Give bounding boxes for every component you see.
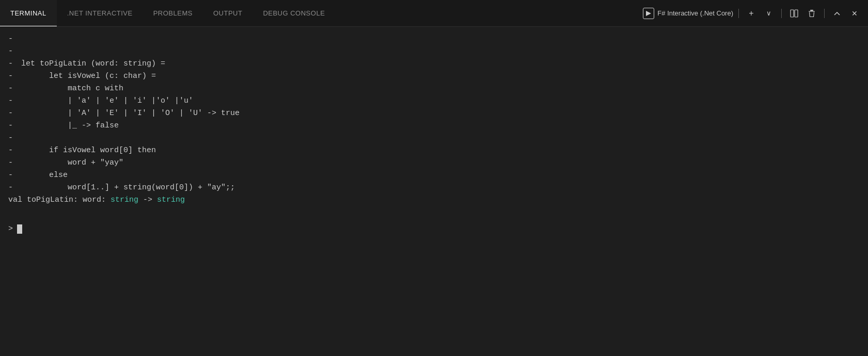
delete-terminal-button[interactable] [804, 6, 819, 21]
tab-debug-console[interactable]: DEBUG CONSOLE [252, 0, 335, 26]
terminal-line-10: - if isVowel word[0] then [8, 144, 860, 157]
terminal-line-2: - [8, 45, 860, 58]
svg-rect-3 [810, 10, 813, 11]
terminal-line-13: - word[1..] + string(word[0]) + "ay";; [8, 182, 860, 194]
terminal-result-line: val toPigLatin: word: string -> string [8, 194, 860, 206]
tab-output[interactable]: OUTPUT [203, 0, 252, 26]
divider-1 [738, 9, 739, 18]
close-panel-button[interactable]: ✕ [847, 6, 862, 21]
terminal-body: - - - let toPigLatin (word: string) = - … [0, 27, 868, 356]
svg-rect-1 [791, 10, 794, 17]
terminal-line-6: - | 'a' | 'e' | 'i' |'o' |'u' [8, 95, 860, 107]
terminal-type-icon [643, 8, 654, 19]
divider-3 [824, 9, 825, 18]
terminal-line-11: - word + "yay" [8, 157, 860, 169]
divider-2 [781, 9, 782, 18]
svg-rect-4 [809, 11, 815, 11]
svg-marker-0 [646, 11, 651, 16]
tab-problems[interactable]: PROBLEMS [143, 0, 203, 26]
terminal-line-12: - else [8, 169, 860, 182]
tab-terminal[interactable]: TERMINAL [0, 0, 57, 26]
terminal-line-5: - match c with [8, 83, 860, 95]
terminal-line-7: - | 'A' | 'E' | 'I' | 'O' | 'U' -> true [8, 107, 860, 120]
svg-rect-2 [795, 10, 798, 17]
terminal-line-4: - let isVowel (c: char) = [8, 70, 860, 83]
terminal-empty-line [8, 206, 860, 219]
chevron-down-button[interactable]: ∨ [762, 6, 776, 21]
terminal-line-3: - let toPigLatin (word: string) = [8, 58, 860, 70]
split-terminal-button[interactable] [787, 6, 801, 21]
terminal-line-9: - [8, 132, 860, 144]
terminal-line-1: - [8, 33, 860, 45]
toolbar-right: F# Interactive (.Net Core) + ∨ ✕ [643, 6, 868, 21]
collapse-panel-button[interactable] [830, 6, 844, 21]
terminal-line-8: - |_ -> false [8, 120, 860, 132]
terminal-label: F# Interactive (.Net Core) [643, 8, 733, 19]
terminal-name-label: F# Interactive (.Net Core) [657, 9, 733, 17]
terminal-prompt-line: > [8, 223, 860, 235]
tabs-left: TERMINAL .NET INTERACTIVE PROBLEMS OUTPU… [0, 0, 335, 26]
terminal-cursor[interactable] [17, 224, 22, 234]
tab-net-interactive[interactable]: .NET INTERACTIVE [57, 0, 143, 26]
tab-bar: TERMINAL .NET INTERACTIVE PROBLEMS OUTPU… [0, 0, 868, 27]
prompt-symbol: > [8, 223, 13, 235]
add-terminal-button[interactable]: + [744, 6, 759, 21]
